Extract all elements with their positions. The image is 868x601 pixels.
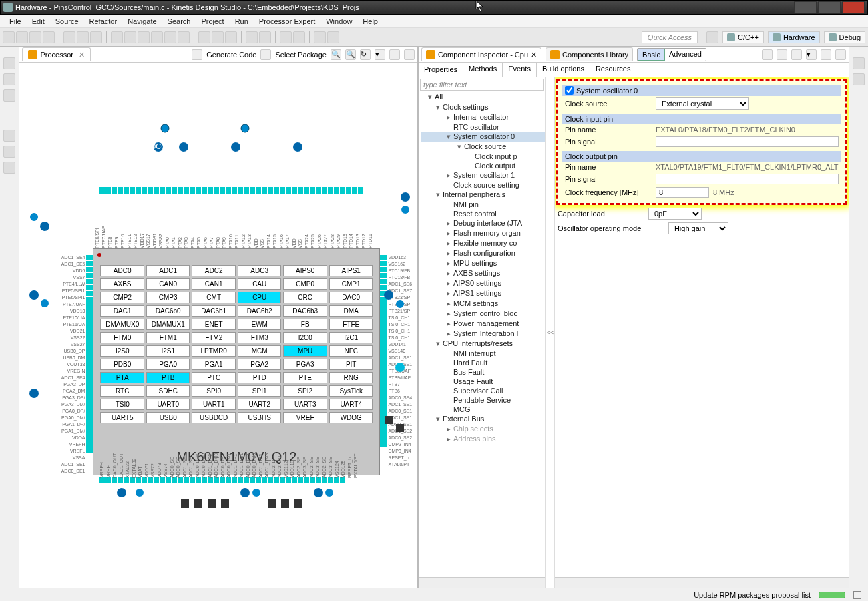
chip-block-i2s0[interactable]: I2S0 xyxy=(100,345,144,357)
pin[interactable] xyxy=(380,393,387,399)
chip-block-rtc[interactable]: RTC xyxy=(100,385,144,397)
pin[interactable] xyxy=(304,187,309,194)
save-all-icon[interactable] xyxy=(29,31,41,43)
chip-block-dac0[interactable]: DAC0 xyxy=(329,292,373,303)
pin[interactable] xyxy=(86,405,93,411)
maximize-button[interactable] xyxy=(818,1,841,13)
pin[interactable] xyxy=(380,309,387,315)
tree-node[interactable]: Clock source setting xyxy=(421,180,545,190)
pin[interactable] xyxy=(86,399,93,405)
menu-refactor[interactable]: Refactor xyxy=(84,16,123,27)
pin[interactable] xyxy=(190,187,195,194)
pin[interactable] xyxy=(86,333,93,339)
tree-node[interactable]: ▸Flash configuration xyxy=(421,248,545,258)
chip-block-i2c1[interactable]: I2C1 xyxy=(329,332,373,343)
components-library-tab[interactable]: Components Library xyxy=(546,47,633,61)
tree-node[interactable]: NMI interrupt xyxy=(421,349,545,358)
pin[interactable] xyxy=(380,321,387,327)
step-return-icon[interactable] xyxy=(178,31,190,43)
pin[interactable] xyxy=(334,187,339,194)
open-project-icon[interactable] xyxy=(246,31,258,43)
tree-node[interactable]: Clock input p xyxy=(421,152,545,161)
chip-block-dac1[interactable]: DAC1 xyxy=(100,305,144,317)
tree-node[interactable]: ▸System oscillator 1 xyxy=(421,170,545,180)
pin[interactable] xyxy=(250,187,255,194)
pin[interactable] xyxy=(105,187,111,194)
chip-block-crc[interactable]: CRC xyxy=(283,292,327,303)
menu-edit[interactable]: Edit xyxy=(27,16,50,27)
pin[interactable] xyxy=(166,187,171,194)
pin[interactable] xyxy=(208,187,213,194)
pin[interactable] xyxy=(86,351,93,357)
clock-source-select[interactable]: External crystal xyxy=(656,97,749,110)
pin[interactable] xyxy=(380,327,387,333)
pin[interactable] xyxy=(380,345,387,351)
pin[interactable] xyxy=(380,315,387,321)
pin[interactable] xyxy=(86,429,93,435)
pin[interactable] xyxy=(99,187,105,194)
chip-block-pga2[interactable]: PGA2 xyxy=(238,359,282,370)
pin[interactable] xyxy=(86,423,93,429)
chip-block-pit[interactable]: PIT xyxy=(329,359,373,370)
pin[interactable] xyxy=(86,285,93,290)
trim-view4-icon[interactable] xyxy=(3,130,15,142)
pin[interactable] xyxy=(380,255,387,260)
nav-back-icon[interactable] xyxy=(314,31,326,43)
debug-stop-icon[interactable] xyxy=(138,31,150,43)
tree-node[interactable]: ▸AXBS settings xyxy=(421,268,545,278)
generate-code-button[interactable]: Generate Code xyxy=(206,51,256,59)
zoom-in-icon[interactable]: 🔍 xyxy=(331,49,341,60)
trim-view2-icon[interactable] xyxy=(3,73,15,85)
pin[interactable] xyxy=(118,187,123,194)
perspective-hardware[interactable]: Hardware xyxy=(768,31,820,43)
quick-access-input[interactable]: Quick Access xyxy=(642,31,698,43)
target-icon[interactable] xyxy=(90,31,102,43)
pin[interactable] xyxy=(112,187,117,194)
pin-signal-input[interactable] xyxy=(656,136,839,147)
tree-node[interactable]: ▸AIPS0 settings xyxy=(421,278,545,288)
chip-block-adc0[interactable]: ADC0 xyxy=(100,265,144,276)
pin[interactable] xyxy=(238,187,243,194)
pin[interactable] xyxy=(380,261,387,266)
menu-navigate[interactable]: Navigate xyxy=(122,16,162,27)
zoom-out-icon[interactable]: 🔍 xyxy=(345,49,356,60)
perspective-debug[interactable]: Debug xyxy=(824,31,865,43)
tree-node[interactable]: MCG xyxy=(421,405,545,414)
pin[interactable] xyxy=(142,187,147,194)
search-icon[interactable] xyxy=(280,31,292,43)
subtab-build-options[interactable]: Build options xyxy=(537,63,590,77)
mode-advanced[interactable]: Advanced xyxy=(665,49,706,61)
menu-source[interactable]: Source xyxy=(50,16,84,27)
chip-block-cau[interactable]: CAU xyxy=(238,278,282,290)
tree-node[interactable]: ▸Flexible memory co xyxy=(421,238,545,248)
menu-processor-expert[interactable]: Processor Expert xyxy=(254,16,320,27)
subtab-resources[interactable]: Resources xyxy=(590,63,637,77)
tree-node[interactable]: ▾Clock settings xyxy=(421,102,545,112)
tree-scrollbar[interactable] xyxy=(419,577,545,588)
pin[interactable] xyxy=(262,187,267,194)
pin-signal-input[interactable] xyxy=(656,174,839,184)
pin[interactable] xyxy=(352,187,357,194)
pin[interactable] xyxy=(130,187,135,194)
tree-node[interactable]: Hard Fault xyxy=(421,358,545,367)
chip-block-adc2[interactable]: ADC2 xyxy=(192,265,236,276)
trim-view3-icon[interactable] xyxy=(3,89,15,102)
pin[interactable] xyxy=(136,187,141,194)
pin[interactable] xyxy=(184,187,189,194)
maximize-view-icon[interactable] xyxy=(835,49,846,60)
pin[interactable] xyxy=(86,369,93,375)
pin[interactable] xyxy=(380,357,387,363)
pin[interactable] xyxy=(86,435,93,441)
pin[interactable] xyxy=(256,187,261,194)
pin[interactable] xyxy=(380,369,387,375)
pin[interactable] xyxy=(86,447,93,453)
annotate-icon[interactable] xyxy=(293,31,305,43)
pin[interactable] xyxy=(226,187,231,194)
chip-block-ptb[interactable]: PTB xyxy=(146,372,190,383)
chip-block-ftm2[interactable]: FTM2 xyxy=(192,332,236,343)
chip-block-usbdcd[interactable]: USBDCD xyxy=(192,412,236,423)
nav-fwd-icon[interactable] xyxy=(791,49,802,60)
debug-icon[interactable] xyxy=(212,31,224,43)
pin[interactable] xyxy=(274,187,279,194)
pin[interactable] xyxy=(124,187,129,194)
